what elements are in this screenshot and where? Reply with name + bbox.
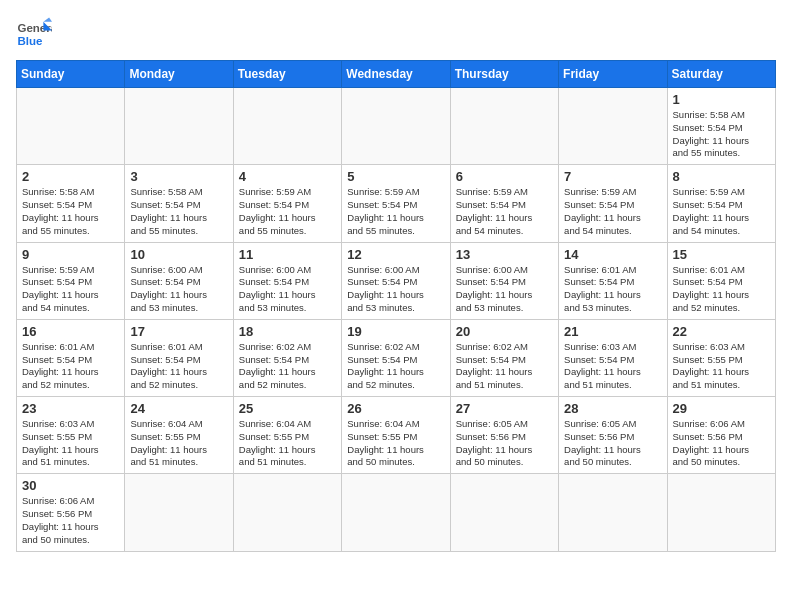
calendar-week-row: 2Sunrise: 5:58 AM Sunset: 5:54 PM Daylig… xyxy=(17,165,776,242)
weekday-header-friday: Friday xyxy=(559,61,667,88)
day-info: Sunrise: 6:04 AM Sunset: 5:55 PM Dayligh… xyxy=(239,418,336,469)
calendar-cell: 28Sunrise: 6:05 AM Sunset: 5:56 PM Dayli… xyxy=(559,397,667,474)
day-info: Sunrise: 5:59 AM Sunset: 5:54 PM Dayligh… xyxy=(564,186,661,237)
calendar-cell: 17Sunrise: 6:01 AM Sunset: 5:54 PM Dayli… xyxy=(125,319,233,396)
day-info: Sunrise: 5:59 AM Sunset: 5:54 PM Dayligh… xyxy=(456,186,553,237)
svg-text:Blue: Blue xyxy=(17,35,43,47)
day-number: 16 xyxy=(22,324,119,339)
logo-icon: General Blue xyxy=(16,16,52,52)
calendar-cell: 3Sunrise: 5:58 AM Sunset: 5:54 PM Daylig… xyxy=(125,165,233,242)
calendar-cell: 15Sunrise: 6:01 AM Sunset: 5:54 PM Dayli… xyxy=(667,242,775,319)
day-info: Sunrise: 5:59 AM Sunset: 5:54 PM Dayligh… xyxy=(239,186,336,237)
calendar-cell: 5Sunrise: 5:59 AM Sunset: 5:54 PM Daylig… xyxy=(342,165,450,242)
weekday-header-thursday: Thursday xyxy=(450,61,558,88)
day-number: 9 xyxy=(22,247,119,262)
page-header: General Blue xyxy=(16,16,776,52)
calendar-cell: 7Sunrise: 5:59 AM Sunset: 5:54 PM Daylig… xyxy=(559,165,667,242)
calendar-cell xyxy=(559,88,667,165)
day-info: Sunrise: 6:04 AM Sunset: 5:55 PM Dayligh… xyxy=(347,418,444,469)
weekday-header-wednesday: Wednesday xyxy=(342,61,450,88)
day-number: 10 xyxy=(130,247,227,262)
day-info: Sunrise: 6:00 AM Sunset: 5:54 PM Dayligh… xyxy=(130,264,227,315)
weekday-header-row: SundayMondayTuesdayWednesdayThursdayFrid… xyxy=(17,61,776,88)
day-number: 21 xyxy=(564,324,661,339)
day-info: Sunrise: 5:59 AM Sunset: 5:54 PM Dayligh… xyxy=(22,264,119,315)
day-info: Sunrise: 6:00 AM Sunset: 5:54 PM Dayligh… xyxy=(456,264,553,315)
calendar-cell: 16Sunrise: 6:01 AM Sunset: 5:54 PM Dayli… xyxy=(17,319,125,396)
calendar-cell: 23Sunrise: 6:03 AM Sunset: 5:55 PM Dayli… xyxy=(17,397,125,474)
svg-marker-3 xyxy=(43,17,52,21)
day-number: 18 xyxy=(239,324,336,339)
day-number: 22 xyxy=(673,324,770,339)
day-info: Sunrise: 5:58 AM Sunset: 5:54 PM Dayligh… xyxy=(130,186,227,237)
calendar-cell: 20Sunrise: 6:02 AM Sunset: 5:54 PM Dayli… xyxy=(450,319,558,396)
calendar-cell: 8Sunrise: 5:59 AM Sunset: 5:54 PM Daylig… xyxy=(667,165,775,242)
calendar-week-row: 9Sunrise: 5:59 AM Sunset: 5:54 PM Daylig… xyxy=(17,242,776,319)
calendar-cell: 26Sunrise: 6:04 AM Sunset: 5:55 PM Dayli… xyxy=(342,397,450,474)
logo: General Blue xyxy=(16,16,52,52)
day-info: Sunrise: 6:03 AM Sunset: 5:55 PM Dayligh… xyxy=(22,418,119,469)
day-info: Sunrise: 5:58 AM Sunset: 5:54 PM Dayligh… xyxy=(22,186,119,237)
day-info: Sunrise: 6:01 AM Sunset: 5:54 PM Dayligh… xyxy=(130,341,227,392)
weekday-header-monday: Monday xyxy=(125,61,233,88)
calendar-cell: 25Sunrise: 6:04 AM Sunset: 5:55 PM Dayli… xyxy=(233,397,341,474)
calendar-cell: 30Sunrise: 6:06 AM Sunset: 5:56 PM Dayli… xyxy=(17,474,125,551)
day-info: Sunrise: 6:00 AM Sunset: 5:54 PM Dayligh… xyxy=(239,264,336,315)
calendar-cell: 21Sunrise: 6:03 AM Sunset: 5:54 PM Dayli… xyxy=(559,319,667,396)
day-number: 12 xyxy=(347,247,444,262)
calendar-cell: 4Sunrise: 5:59 AM Sunset: 5:54 PM Daylig… xyxy=(233,165,341,242)
day-info: Sunrise: 6:04 AM Sunset: 5:55 PM Dayligh… xyxy=(130,418,227,469)
day-number: 13 xyxy=(456,247,553,262)
day-number: 19 xyxy=(347,324,444,339)
calendar-cell xyxy=(233,474,341,551)
day-info: Sunrise: 5:59 AM Sunset: 5:54 PM Dayligh… xyxy=(347,186,444,237)
calendar-cell xyxy=(667,474,775,551)
calendar-cell xyxy=(342,88,450,165)
day-info: Sunrise: 6:03 AM Sunset: 5:55 PM Dayligh… xyxy=(673,341,770,392)
calendar-cell: 9Sunrise: 5:59 AM Sunset: 5:54 PM Daylig… xyxy=(17,242,125,319)
calendar-cell xyxy=(450,474,558,551)
calendar-cell: 6Sunrise: 5:59 AM Sunset: 5:54 PM Daylig… xyxy=(450,165,558,242)
weekday-header-saturday: Saturday xyxy=(667,61,775,88)
day-info: Sunrise: 6:02 AM Sunset: 5:54 PM Dayligh… xyxy=(456,341,553,392)
day-info: Sunrise: 6:02 AM Sunset: 5:54 PM Dayligh… xyxy=(347,341,444,392)
calendar-cell: 18Sunrise: 6:02 AM Sunset: 5:54 PM Dayli… xyxy=(233,319,341,396)
calendar-cell xyxy=(450,88,558,165)
day-number: 4 xyxy=(239,169,336,184)
day-number: 3 xyxy=(130,169,227,184)
day-info: Sunrise: 6:01 AM Sunset: 5:54 PM Dayligh… xyxy=(673,264,770,315)
day-number: 6 xyxy=(456,169,553,184)
calendar-cell xyxy=(125,88,233,165)
day-info: Sunrise: 6:06 AM Sunset: 5:56 PM Dayligh… xyxy=(22,495,119,546)
weekday-header-tuesday: Tuesday xyxy=(233,61,341,88)
day-info: Sunrise: 6:01 AM Sunset: 5:54 PM Dayligh… xyxy=(22,341,119,392)
day-info: Sunrise: 6:01 AM Sunset: 5:54 PM Dayligh… xyxy=(564,264,661,315)
calendar-cell: 27Sunrise: 6:05 AM Sunset: 5:56 PM Dayli… xyxy=(450,397,558,474)
calendar-cell: 13Sunrise: 6:00 AM Sunset: 5:54 PM Dayli… xyxy=(450,242,558,319)
day-number: 29 xyxy=(673,401,770,416)
calendar-cell: 10Sunrise: 6:00 AM Sunset: 5:54 PM Dayli… xyxy=(125,242,233,319)
day-number: 8 xyxy=(673,169,770,184)
calendar-cell: 29Sunrise: 6:06 AM Sunset: 5:56 PM Dayli… xyxy=(667,397,775,474)
day-number: 2 xyxy=(22,169,119,184)
day-number: 23 xyxy=(22,401,119,416)
calendar-cell xyxy=(233,88,341,165)
day-number: 28 xyxy=(564,401,661,416)
calendar-cell: 11Sunrise: 6:00 AM Sunset: 5:54 PM Dayli… xyxy=(233,242,341,319)
weekday-header-sunday: Sunday xyxy=(17,61,125,88)
calendar-week-row: 30Sunrise: 6:06 AM Sunset: 5:56 PM Dayli… xyxy=(17,474,776,551)
day-number: 26 xyxy=(347,401,444,416)
day-info: Sunrise: 6:02 AM Sunset: 5:54 PM Dayligh… xyxy=(239,341,336,392)
calendar-cell: 12Sunrise: 6:00 AM Sunset: 5:54 PM Dayli… xyxy=(342,242,450,319)
calendar-week-row: 16Sunrise: 6:01 AM Sunset: 5:54 PM Dayli… xyxy=(17,319,776,396)
day-info: Sunrise: 6:00 AM Sunset: 5:54 PM Dayligh… xyxy=(347,264,444,315)
calendar-table: SundayMondayTuesdayWednesdayThursdayFrid… xyxy=(16,60,776,552)
day-number: 27 xyxy=(456,401,553,416)
day-info: Sunrise: 6:06 AM Sunset: 5:56 PM Dayligh… xyxy=(673,418,770,469)
day-info: Sunrise: 6:03 AM Sunset: 5:54 PM Dayligh… xyxy=(564,341,661,392)
day-number: 11 xyxy=(239,247,336,262)
calendar-cell: 2Sunrise: 5:58 AM Sunset: 5:54 PM Daylig… xyxy=(17,165,125,242)
day-info: Sunrise: 6:05 AM Sunset: 5:56 PM Dayligh… xyxy=(456,418,553,469)
day-number: 1 xyxy=(673,92,770,107)
calendar-cell xyxy=(17,88,125,165)
